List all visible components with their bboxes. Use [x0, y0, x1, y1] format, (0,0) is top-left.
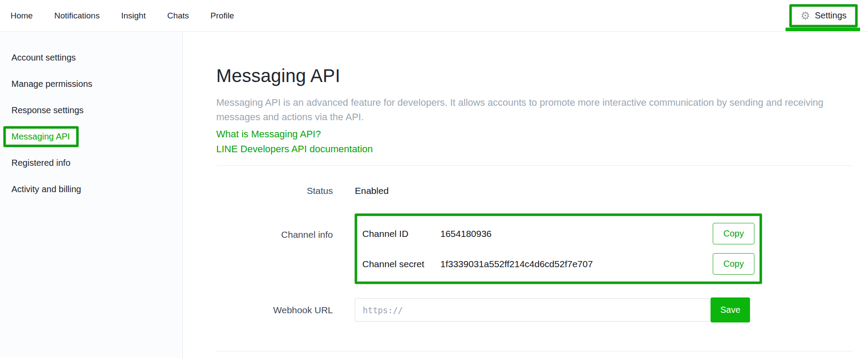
channel-info-row: Channel info Channel ID 1654180936 Copy …: [216, 214, 853, 284]
link-what-is-messaging-api[interactable]: What is Messaging API?: [216, 129, 321, 139]
link-line-developers-docs[interactable]: LINE Developers API documentation: [216, 144, 373, 154]
channel-secret-name: Channel secret: [362, 259, 440, 269]
copy-channel-secret-button[interactable]: Copy: [713, 253, 754, 275]
main-nav: Home Notifications Insight Chats Profile: [11, 11, 256, 21]
copy-channel-id-button[interactable]: Copy: [713, 223, 754, 244]
page-title: Messaging API: [216, 65, 853, 86]
save-webhook-button[interactable]: Save: [711, 297, 750, 322]
top-navigation-bar: Home Notifications Insight Chats Profile…: [0, 0, 868, 32]
sidebar-item-response-settings[interactable]: Response settings: [0, 97, 182, 123]
nav-item-profile[interactable]: Profile: [211, 11, 234, 21]
gear-icon: ⚙: [800, 11, 810, 21]
sidebar-item-activity-billing[interactable]: Activity and billing: [0, 176, 182, 202]
webhook-field: Save: [355, 297, 853, 322]
page-description: Messaging API is an advanced feature for…: [216, 95, 836, 124]
status-value: Enabled: [355, 186, 853, 196]
status-row: Status Enabled: [216, 186, 853, 196]
sidebar-item-manage-permissions[interactable]: Manage permissions: [0, 71, 182, 97]
nav-item-notifications[interactable]: Notifications: [54, 11, 100, 21]
nav-item-home[interactable]: Home: [11, 11, 33, 21]
messaging-api-annotation-box: Messaging API: [4, 126, 79, 147]
sidebar-item-registered-info[interactable]: Registered info: [0, 150, 182, 176]
channel-secret-line: Channel secret 1f3339031a552ff214c4d6cd5…: [362, 249, 754, 279]
settings-sidebar: Account settings Manage permissions Resp…: [0, 32, 183, 358]
sidebar-item-account-settings[interactable]: Account settings: [0, 44, 182, 71]
channel-info-annotation-box: Channel ID 1654180936 Copy Channel secre…: [355, 214, 762, 284]
channel-info-label: Channel info: [216, 214, 333, 284]
channel-id-line: Channel ID 1654180936 Copy: [362, 218, 754, 249]
sidebar-item-messaging-api[interactable]: Messaging API: [0, 123, 182, 150]
settings-active-tab-indicator: [786, 28, 860, 31]
messaging-api-panel: Messaging API Messaging API is an advanc…: [183, 32, 868, 358]
settings-button-label: Settings: [815, 11, 847, 21]
section-divider-top: [216, 165, 853, 166]
channel-id-name: Channel ID: [362, 229, 440, 239]
settings-button[interactable]: ⚙ Settings: [789, 4, 857, 27]
settings-annotation-box: ⚙ Settings: [789, 4, 857, 27]
status-label: Status: [216, 186, 333, 196]
nav-item-insight[interactable]: Insight: [121, 11, 146, 21]
sidebar-item-label: Messaging API: [11, 132, 70, 141]
nav-item-chats[interactable]: Chats: [167, 11, 189, 21]
section-divider-bottom: [216, 351, 853, 351]
channel-id-value: 1654180936: [440, 229, 492, 239]
webhook-url-input[interactable]: [355, 298, 710, 322]
channel-secret-value: 1f3339031a552ff214c4d6cd52f7e707: [440, 259, 593, 269]
webhook-row: Webhook URL Save: [216, 297, 853, 322]
webhook-url-label: Webhook URL: [216, 305, 333, 315]
